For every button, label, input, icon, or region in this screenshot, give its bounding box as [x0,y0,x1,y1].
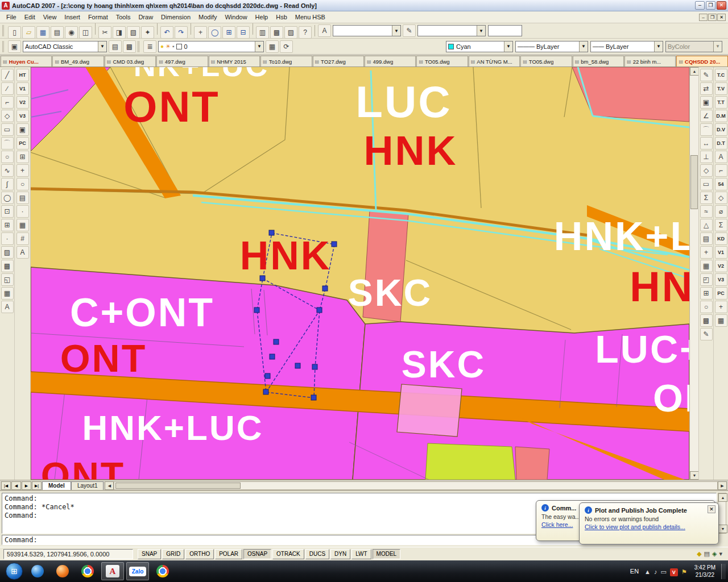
taskbar-app-chrome-2[interactable] [151,562,174,580]
next-tab-button[interactable]: ▶ [22,481,31,490]
tool-v2b[interactable]: V2 [715,260,727,272]
waves-icon[interactable]: ≈ [700,205,713,218]
vscroll-track[interactable] [690,76,698,471]
save-icon[interactable]: ▦ [36,26,49,39]
tool-plus2-icon[interactable]: + [715,301,727,313]
chevron-down-icon[interactable]: ▼ [654,41,663,52]
point-icon[interactable]: · [1,232,14,245]
cut-icon[interactable]: ✂ [98,26,111,39]
doc-tab-10[interactable]: ▤TO05.dwg [520,56,572,66]
circle-tool-icon[interactable]: ○ [700,301,713,313]
status-menu-arrow-icon[interactable]: ▾ [719,550,722,558]
pencil-icon[interactable]: ✎ [700,328,713,340]
menu-item-dimension[interactable]: Dimension [157,13,195,22]
mtext-icon[interactable]: A [1,301,14,313]
tool-sigma-icon[interactable]: Σ [715,219,727,231]
tool-v2[interactable]: V2 [16,96,29,109]
tool-v1[interactable]: V1 [16,82,29,95]
tool-grid2-icon[interactable]: ▦ [715,314,727,327]
make-block-icon[interactable]: ⊞ [1,219,14,231]
maximize-button[interactable]: ❐ [706,1,715,10]
tray-expand-icon[interactable]: ▲ [644,568,651,575]
table-icon[interactable]: ▦ [1,287,14,300]
tool-pc[interactable]: PC [16,137,29,149]
text-style-button[interactable]: A [318,24,331,37]
sum-icon[interactable]: Σ [700,192,713,204]
menu-item-tools[interactable]: Tools [112,13,135,22]
zoning-map[interactable]: NK+LUCONTLUCHNKHNK+LHNKHNKSKCC+ONTONTSKC… [31,67,689,480]
publish-icon[interactable]: ◫ [79,26,92,39]
open-icon[interactable]: ▱ [22,26,35,39]
stretch-icon[interactable]: ↔ [700,137,713,149]
tool-diamond-icon[interactable]: ◇ [715,192,727,204]
toolbar-grip[interactable] [2,25,5,36]
redo-icon[interactable]: ↷ [175,26,188,39]
tray-display-icon[interactable]: ▭ [660,568,666,576]
workspace-save-icon[interactable]: ▩ [123,40,136,53]
taskbar-app-chrome-1[interactable] [76,562,99,580]
chevron-down-icon[interactable]: ▼ [477,26,485,36]
tool-tv[interactable]: T.V [715,82,727,95]
color-combo[interactable]: Cyan ▼ [446,41,513,52]
region-icon[interactable]: ◱ [1,273,14,286]
toggle-otrack[interactable]: OTRACK [272,549,304,559]
menu-item-window[interactable]: Window [221,13,251,22]
scroll-up-icon[interactable]: ▲ [690,67,699,76]
toggle-lwt[interactable]: LWT [351,549,371,559]
tool-corner-icon[interactable]: ⌐ [715,164,727,177]
hatch-tool-icon[interactable]: ▩ [700,314,713,327]
polygon-icon[interactable]: ◇ [1,110,14,122]
coordinates-readout[interactable]: 593914.5329, 1207941.9506, 0.0000 [3,549,133,559]
show-desktop-button[interactable] [721,564,726,579]
menu-item-draw[interactable]: Draw [134,13,157,22]
doc-tab-7[interactable]: ▤499.dwg [365,56,416,66]
construction-line-icon[interactable]: ∕ [1,82,14,95]
layer-states-icon[interactable]: ⟳ [280,40,293,53]
polyline-icon[interactable]: ⌐ [1,96,14,109]
revcloud-icon[interactable]: ∿ [1,164,14,177]
tool-kd[interactable]: KD [715,232,727,245]
scroll-left-icon[interactable]: ◀ [105,481,114,490]
canvas-hscrollbar[interactable] [114,481,718,490]
last-tab-button[interactable]: ▶| [32,481,42,490]
chevron-down-icon[interactable]: ▼ [392,26,400,36]
triangle-tool-icon[interactable]: △ [700,219,713,231]
hatch-icon[interactable]: ▨ [1,246,14,259]
layer-lock-icon[interactable]: ▪ [172,43,175,49]
circle-icon[interactable]: ○ [1,151,14,163]
pen-settings-button[interactable]: ✎ [403,24,416,37]
doc-tab-13[interactable]: ▤CQHSDD 20... [676,56,727,66]
tab-model[interactable]: Model [42,481,71,490]
arc-measure-icon[interactable]: ⌒ [700,123,713,136]
designcenter-icon[interactable]: ▩ [270,26,283,39]
plus-tool-icon[interactable]: + [700,246,713,259]
chevron-down-icon[interactable]: ▼ [255,41,263,52]
tool-v3b[interactable]: V3 [715,273,727,286]
clock[interactable]: 3:42 PM 21/3/22 [689,564,721,579]
tool-dt[interactable]: D.T [715,137,727,149]
doc-tab-9[interactable]: ▤AN TỪNG M... [469,56,520,66]
menu-item-file[interactable]: File [2,13,20,22]
new-icon[interactable]: ▯ [8,26,21,39]
perpendicular-icon[interactable]: ⊥ [700,151,713,163]
menu-item-modify[interactable]: Modify [195,13,221,22]
prev-tab-button[interactable]: ◀ [11,481,21,490]
menu-item-help[interactable]: Help [251,13,272,22]
diamond-icon[interactable]: ◇ [700,164,713,177]
chevron-down-icon[interactable]: ▼ [579,41,588,52]
zoom-previous-icon[interactable]: ⊟ [237,26,250,39]
tool-diameter-icon[interactable]: ⌀ [715,205,727,218]
corner-icon[interactable]: ◰ [700,273,713,286]
tool-view-icon[interactable]: ▣ [16,123,29,136]
tool-circle-icon[interactable]: ○ [16,178,29,190]
doc-tab-6[interactable]: ▤TO27.dwg [313,56,364,66]
close-button[interactable]: ✕ [717,1,726,10]
arc-icon[interactable]: ⌒ [1,137,14,149]
undo-icon[interactable]: ↶ [160,26,173,39]
chevron-down-icon[interactable]: ▼ [504,41,512,52]
rect-tool-icon[interactable]: ▭ [700,178,713,190]
toggle-model[interactable]: MODEL [373,549,401,559]
plot-icon[interactable]: ▤ [51,26,64,39]
tool-tt[interactable]: T.T [715,96,727,109]
scroll-right-icon[interactable]: ▶ [718,481,727,490]
